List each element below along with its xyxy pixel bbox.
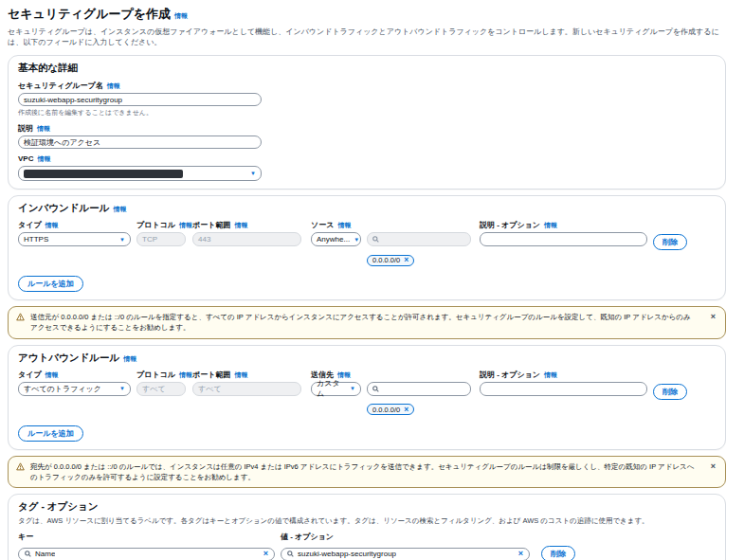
rule-description-column-label: 説明 - オプション情報 bbox=[480, 220, 647, 230]
outbound-protocol-input: すべて bbox=[136, 382, 186, 396]
remove-cidr-icon[interactable]: × bbox=[404, 406, 408, 414]
warning-icon bbox=[16, 313, 25, 321]
outbound-rule-description-input[interactable] bbox=[480, 382, 647, 396]
security-group-name-help: 作成後に名前を編集することはできません。 bbox=[18, 108, 716, 117]
vpc-label: VPC情報 bbox=[18, 154, 716, 164]
remove-cidr-icon[interactable]: × bbox=[404, 256, 408, 264]
outbound-warning-text: 宛先が 0.0.0.0/0 または ::/0 のルールでは、インスタンスは任意の… bbox=[30, 461, 697, 483]
chevron-down-icon: ▼ bbox=[250, 171, 256, 176]
outbound-delete-rule-button[interactable]: 削除 bbox=[653, 384, 687, 400]
info-link[interactable]: 情報 bbox=[45, 222, 59, 228]
port-range-column-label: ポート範囲情報 bbox=[192, 370, 301, 380]
outbound-rule-row: タイプ情報 すべてのトラフィック▼ プロトコル情報 すべて ポート範囲情報 すべ… bbox=[18, 370, 716, 416]
type-column-label: タイプ情報 bbox=[18, 220, 131, 230]
page-subtitle: セキュリティグループは、インスタンスの仮想ファイアウォールとして機能し、インバウ… bbox=[8, 27, 733, 47]
clear-icon[interactable]: × bbox=[263, 550, 268, 558]
vpc-select[interactable]: ▼ bbox=[18, 166, 262, 181]
description-label: 説明情報 bbox=[18, 123, 716, 134]
info-link[interactable]: 情報 bbox=[544, 371, 557, 378]
search-icon bbox=[25, 551, 31, 557]
outbound-destination-search-input[interactable] bbox=[367, 382, 471, 396]
outbound-rules-panel: アウトバウンドルール情報 タイプ情報 すべてのトラフィック▼ プロトコル情報 す… bbox=[8, 345, 726, 450]
info-link[interactable]: 情報 bbox=[337, 222, 351, 228]
outbound-destination-mode-select[interactable]: カスタム▼ bbox=[311, 382, 361, 396]
basic-details-heading: 基本的な詳細 bbox=[18, 62, 716, 75]
tags-heading: タグ - オプション bbox=[18, 500, 716, 514]
info-link[interactable]: 情報 bbox=[174, 12, 188, 19]
info-link[interactable]: 情報 bbox=[45, 371, 59, 378]
clear-icon[interactable]: × bbox=[518, 550, 523, 558]
tag-key-input[interactable]: Name × bbox=[18, 548, 275, 560]
inbound-rule-row: タイプ情報 HTTPS▼ プロトコル情報 TCP ポート範囲情報 443 ソース… bbox=[18, 220, 716, 266]
inbound-port-input: 443 bbox=[192, 232, 301, 246]
chevron-down-icon: ▼ bbox=[354, 237, 359, 243]
type-column-label: タイプ情報 bbox=[18, 370, 131, 380]
info-link[interactable]: 情報 bbox=[179, 222, 192, 228]
inbound-rules-panel: インバウンドルール情報 タイプ情報 HTTPS▼ プロトコル情報 TCP ポート… bbox=[8, 195, 726, 300]
close-icon[interactable]: × bbox=[711, 462, 716, 471]
info-link[interactable]: 情報 bbox=[234, 371, 247, 378]
tags-panel: タグ - オプション タグは、AWS リソースに割り当てるラベルです。各タグはキ… bbox=[8, 494, 726, 560]
tag-row: Name × suzuki-webapp-securitygroup × 削除 bbox=[18, 546, 716, 560]
outbound-add-rule-button[interactable]: ルールを追加 bbox=[18, 425, 83, 442]
close-icon[interactable]: × bbox=[711, 313, 716, 321]
info-link[interactable]: 情報 bbox=[234, 222, 247, 228]
inbound-add-rule-button[interactable]: ルールを追加 bbox=[18, 276, 83, 292]
info-link[interactable]: 情報 bbox=[544, 222, 557, 228]
info-link[interactable]: 情報 bbox=[179, 371, 192, 378]
outbound-rules-heading: アウトバウンドルール情報 bbox=[18, 352, 716, 365]
inbound-cidr-chip: 0.0.0.0/0× bbox=[367, 255, 414, 266]
protocol-column-label: プロトコル情報 bbox=[136, 370, 186, 380]
security-group-name-input[interactable]: suzuki-webapp-securitygroup bbox=[18, 93, 262, 106]
delete-tag-button[interactable]: 削除 bbox=[541, 546, 575, 560]
inbound-protocol-input: TCP bbox=[136, 232, 186, 246]
tags-description: タグは、AWS リソースに割り当てるラベルです。各タグはキーとオプションの値で構… bbox=[18, 516, 716, 526]
inbound-source-search-input[interactable] bbox=[367, 232, 471, 246]
chevron-down-icon: ▼ bbox=[119, 237, 125, 243]
page-title: セキュリティグループを作成 bbox=[8, 7, 171, 21]
basic-details-panel: 基本的な詳細 セキュリティグループ名情報 suzuki-webapp-secur… bbox=[8, 55, 726, 190]
outbound-open-cidr-warning: 宛先が 0.0.0.0/0 または ::/0 のルールでは、インスタンスは任意の… bbox=[8, 456, 726, 489]
chevron-down-icon: ▼ bbox=[350, 386, 355, 391]
redacted-vpc-value bbox=[24, 170, 183, 178]
inbound-warning-text: 送信元が 0.0.0.0/0 または ::/0 のルールを指定すると、すべての … bbox=[30, 312, 697, 334]
inbound-delete-rule-button[interactable]: 削除 bbox=[653, 234, 687, 250]
tag-key-column-label: キー bbox=[18, 532, 281, 542]
security-group-name-label: セキュリティグループ名情報 bbox=[18, 81, 716, 91]
search-icon bbox=[372, 386, 379, 392]
inbound-type-select[interactable]: HTTPS▼ bbox=[18, 232, 131, 246]
protocol-column-label: プロトコル情報 bbox=[136, 220, 186, 230]
info-link[interactable]: 情報 bbox=[37, 155, 50, 162]
info-link[interactable]: 情報 bbox=[107, 82, 120, 89]
rule-description-column-label: 説明 - オプション情報 bbox=[480, 370, 647, 380]
source-column-label: ソース情報 bbox=[311, 220, 471, 230]
info-link[interactable]: 情報 bbox=[123, 355, 136, 362]
page-header: セキュリティグループを作成情報 セキュリティグループは、インスタンスの仮想ファイ… bbox=[8, 5, 733, 47]
inbound-source-mode-select[interactable]: Anywhe...▼ bbox=[311, 232, 361, 246]
search-icon bbox=[372, 236, 379, 243]
inbound-rules-heading: インバウンドルール情報 bbox=[18, 202, 716, 215]
warning-icon bbox=[16, 462, 25, 471]
info-link[interactable]: 情報 bbox=[337, 371, 351, 378]
info-link[interactable]: 情報 bbox=[113, 206, 126, 212]
port-range-column-label: ポート範囲情報 bbox=[192, 220, 301, 230]
tags-column-headers: キー 値 - オプション bbox=[18, 532, 716, 542]
outbound-type-select[interactable]: すべてのトラフィック▼ bbox=[18, 382, 131, 396]
tag-value-input[interactable]: suzuki-webapp-securitygroup × bbox=[281, 548, 530, 560]
outbound-port-input: すべて bbox=[192, 382, 301, 396]
info-link[interactable]: 情報 bbox=[37, 125, 50, 132]
outbound-cidr-chip: 0.0.0.0/0× bbox=[367, 404, 414, 415]
inbound-open-cidr-warning: 送信元が 0.0.0.0/0 または ::/0 のルールを指定すると、すべての … bbox=[8, 306, 726, 339]
search-icon bbox=[287, 551, 294, 557]
chevron-down-icon: ▼ bbox=[119, 386, 125, 391]
description-input[interactable]: 検証環境へのアクセス bbox=[18, 135, 262, 149]
inbound-rule-description-input[interactable] bbox=[480, 232, 647, 246]
tag-value-column-label: 値 - オプション bbox=[281, 532, 334, 542]
